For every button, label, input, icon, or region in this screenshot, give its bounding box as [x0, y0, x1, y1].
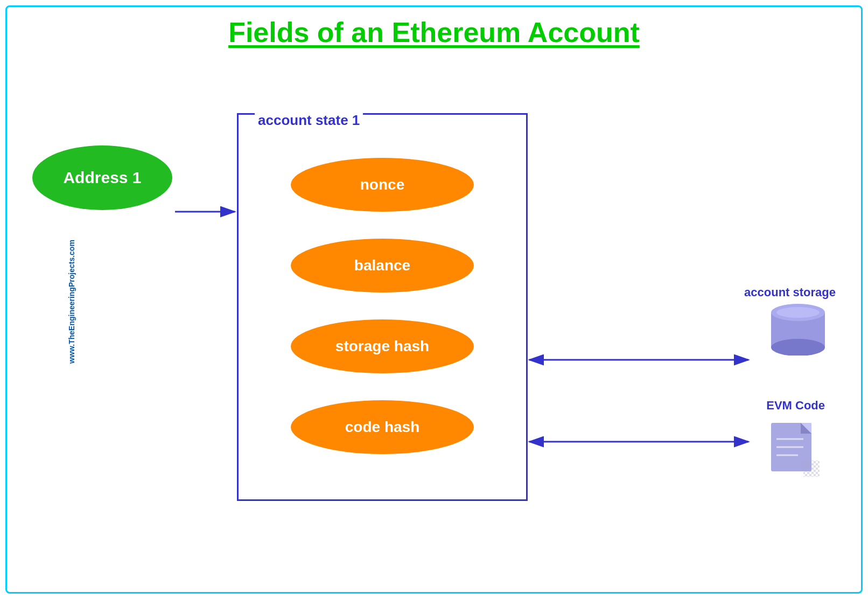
balance-label: balance — [354, 257, 410, 274]
address-ellipse: Address 1 — [32, 145, 172, 210]
code-hash-ellipse: code hash — [291, 400, 474, 454]
svg-rect-10 — [803, 461, 820, 477]
address-label: Address 1 — [63, 169, 141, 187]
evm-code-label: EVM Code — [766, 399, 825, 413]
storage-hash-label: storage hash — [335, 338, 429, 355]
account-state-label: account state 1 — [255, 112, 363, 129]
balance-ellipse: balance — [291, 239, 474, 292]
svg-point-2 — [771, 339, 825, 356]
nonce-ellipse: nonce — [291, 158, 474, 212]
storage-hash-ellipse: storage hash — [291, 319, 474, 373]
svg-point-3 — [776, 307, 820, 318]
cylinder-icon — [766, 302, 830, 356]
diagram-area: www.TheEngineeringProjects.com Address 1… — [0, 59, 868, 544]
account-state-box: account state 1 nonce balance storage ha… — [237, 113, 528, 501]
watermark-text: www.TheEngineeringProjects.com — [67, 240, 76, 364]
code-hash-label: code hash — [345, 419, 419, 436]
account-storage-label: account storage — [744, 285, 836, 300]
document-icon — [768, 420, 822, 479]
nonce-label: nonce — [360, 176, 404, 193]
